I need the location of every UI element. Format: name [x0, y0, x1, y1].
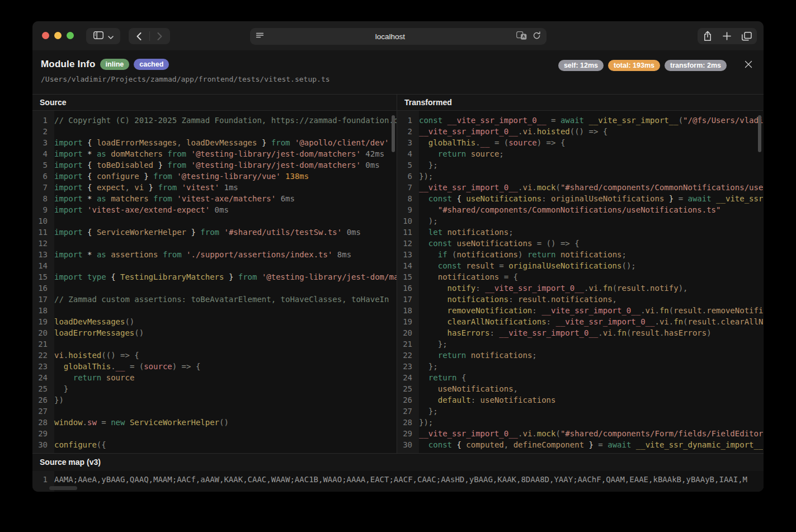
code-line: 2__vite_ssr_import_0__.vi.hoisted(() => … [397, 126, 763, 137]
code-line: 19 clearAllNotifications: __vite_ssr_imp… [397, 316, 763, 327]
line-number: 13 [32, 249, 51, 260]
code-line: 15 notifications = { [397, 271, 763, 283]
sidebar-toggle-button[interactable] [86, 28, 120, 44]
line-content: }; [416, 338, 448, 350]
code-line: 6}); [397, 171, 763, 182]
line-number: 8 [32, 193, 51, 204]
code-line: 11import { ServiceWorkerHelper } from '#… [32, 227, 397, 238]
line-number: 15 [32, 271, 51, 283]
line-content [51, 238, 54, 249]
toolbar-actions [698, 28, 757, 44]
line-number: 21 [397, 338, 416, 350]
line-content: import 'vitest-axe/extend-expect' 0ms [51, 204, 229, 215]
line-content: notifications: result.notifications, [416, 294, 617, 305]
code-line: 12 [32, 238, 397, 249]
line-content: const result = originalUseNotifications(… [416, 260, 636, 271]
code-line: 28}); [397, 417, 763, 428]
sourcemap-title: Source map (v3) [32, 454, 764, 471]
line-number: 20 [32, 327, 51, 338]
line-content: __vite_ssr_import_0__.vi.mock("#shared/c… [416, 182, 763, 193]
code-line: 13import * as assertions from './support… [32, 249, 397, 260]
code-line: 14 [32, 260, 397, 271]
line-content: globalThis.__ = (source) => { [51, 361, 200, 372]
line-number: 4 [32, 148, 51, 159]
line-number: 11 [397, 227, 416, 238]
line-number: 25 [32, 383, 51, 394]
transformed-code-view[interactable]: 1const __vite_ssr_import_0__ = await __v… [397, 111, 763, 453]
line-content: ); [416, 215, 438, 227]
forward-button[interactable] [150, 28, 170, 44]
line-number: 17 [32, 294, 51, 305]
source-code-view[interactable]: 1// Copyright (C) 2012-2025 Zammad Found… [32, 111, 397, 453]
line-content [51, 428, 54, 439]
line-content: notify: __vite_ssr_import_0__.vi.fn(resu… [416, 283, 688, 294]
line-number: 1 [397, 115, 416, 126]
line-number: 19 [397, 316, 416, 327]
line-content [51, 283, 54, 294]
line-content [51, 305, 54, 316]
line-number: 12 [397, 238, 416, 249]
line-number: 9 [397, 204, 416, 215]
badge: cached [134, 59, 169, 70]
line-number: 26 [397, 394, 416, 406]
code-line: 20loadErrorMessages() [32, 327, 397, 338]
sourcemap-hscrollbar-thumb[interactable] [49, 486, 77, 490]
line-content [51, 215, 54, 227]
code-line: 10 ); [397, 215, 763, 227]
translate-icon[interactable] [516, 31, 527, 42]
line-number: 27 [397, 406, 416, 417]
code-line: 25 useNotifications, [397, 383, 763, 394]
code-line: 2 [32, 126, 397, 137]
line-number: 7 [397, 182, 416, 193]
line-content: import { configure } from '@testing-libr… [51, 171, 309, 182]
code-line: 19loadDevMessages() [32, 316, 397, 327]
line-number: 1 [32, 474, 51, 485]
line-content: removeNotification: __vite_ssr_import_0_… [416, 305, 763, 316]
maximize-window-button[interactable] [67, 32, 74, 39]
line-number: 28 [32, 417, 51, 428]
code-line: 18 removeNotification: __vite_ssr_import… [397, 305, 763, 316]
line-number: 1 [32, 115, 51, 126]
line-number: 22 [32, 350, 51, 361]
source-scrollbar-thumb[interactable] [392, 115, 395, 152]
code-line: 4import * as domMatchers from '@testing-… [32, 148, 397, 159]
code-line: 24 return { [397, 372, 763, 383]
back-button[interactable] [129, 28, 149, 44]
tabs-icon[interactable] [738, 28, 755, 44]
badge: transform: 2ms [665, 60, 727, 71]
close-window-button[interactable] [42, 32, 49, 39]
code-line: 4 return source; [397, 148, 763, 159]
line-number: 25 [397, 383, 416, 394]
line-content [51, 260, 54, 271]
line-number: 26 [32, 394, 51, 406]
line-number: 8 [397, 193, 416, 204]
line-number: 30 [32, 439, 51, 450]
line-content: window.sw = new ServiceWorkerHelper() [51, 417, 229, 428]
line-content: import * as assertions from './support/a… [51, 249, 351, 260]
line-content: }; [416, 361, 438, 372]
line-number: 14 [32, 260, 51, 271]
reader-lines-icon[interactable] [256, 31, 264, 41]
code-line: 21 [32, 338, 397, 350]
line-number: 10 [397, 215, 416, 227]
line-content: default: useNotifications [416, 394, 555, 406]
line-number: 12 [32, 238, 51, 249]
close-icon[interactable] [743, 59, 753, 69]
address-bar[interactable]: localhost [250, 28, 547, 45]
reload-icon[interactable] [533, 31, 541, 42]
code-line: 1const __vite_ssr_import_0__ = await __v… [397, 115, 763, 126]
transformed-scrollbar-thumb[interactable] [758, 115, 761, 152]
line-number: 2 [32, 126, 51, 137]
share-icon[interactable] [700, 28, 715, 44]
line-content: const { computed, defineComponent } = aw… [416, 439, 763, 450]
code-line: 8 const { useNotifications: originalUseN… [397, 193, 763, 204]
line-content: import { ServiceWorkerHelper } from '#sh… [51, 227, 361, 238]
sourcemap-code-view[interactable]: 1AAMA;AAeA,yBAAG,QAAQ,MAAM;AACf,aAAW,KAA… [32, 471, 764, 492]
line-number: 3 [397, 137, 416, 148]
code-line: 12 const useNotifications = () => { [397, 238, 763, 249]
line-content: return source [51, 372, 134, 383]
line-number: 10 [32, 215, 51, 227]
line-content: }); [416, 171, 433, 182]
new-tab-icon[interactable] [719, 28, 734, 44]
minimize-window-button[interactable] [54, 32, 62, 39]
